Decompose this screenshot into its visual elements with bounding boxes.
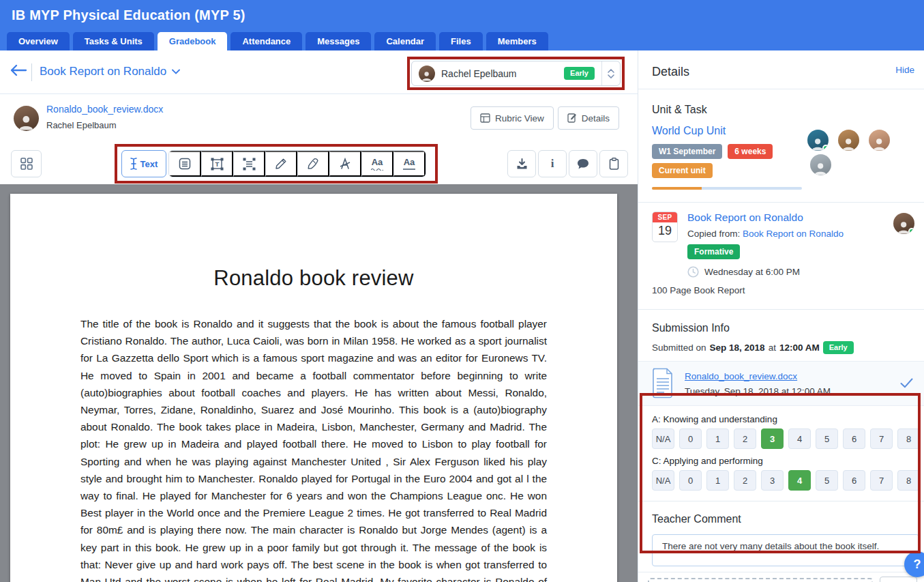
grade-option[interactable]: 0 [679, 470, 702, 491]
rubric-view-label: Rubric View [495, 113, 544, 123]
criterion-label: C: Applying and performing [652, 456, 910, 466]
info-button[interactable]: i [538, 150, 567, 177]
copied-from-link[interactable]: Book Report on Ronaldo [743, 229, 844, 239]
document-page: Ronaldo book review The title of the boo… [10, 194, 617, 582]
submitted-file-row: Ronaldo_book_review.docx Tuesday, Sep 18… [638, 361, 924, 406]
annotation-toolbar: Text T [0, 143, 638, 184]
duration-badge: 6 weeks [728, 144, 773, 159]
grade-option[interactable]: 0 [679, 428, 702, 449]
tab-gradebook[interactable]: Gradebook [158, 32, 228, 50]
grade-option[interactable]: 2 [734, 428, 756, 449]
squiggly-line-icon [371, 168, 383, 171]
grade-option[interactable]: 4 [788, 470, 811, 491]
strikethrough-tool-button[interactable] [329, 151, 361, 177]
submitted-file-timestamp: Tuesday, Sep 18, 2018 at 12:00 AM [685, 386, 831, 396]
grade-option[interactable]: 4 [788, 428, 811, 449]
submission-info-section: Submission Info Submitted on Sep 18, 201… [638, 310, 924, 361]
pencil-tool-button[interactable] [265, 151, 297, 177]
grade-option[interactable]: 6 [843, 428, 865, 449]
grade-option[interactable]: 7 [870, 428, 893, 449]
early-badge: Early [823, 341, 854, 354]
due-text: Wednesday at 6:00 PM [704, 267, 800, 277]
tab-attendance[interactable]: Attendance [230, 32, 302, 50]
svg-text:T: T [215, 160, 219, 168]
note-icon [179, 158, 191, 170]
grade-option[interactable]: N/A [652, 470, 674, 491]
tab-files[interactable]: Files [439, 32, 483, 50]
underline-tool-button[interactable]: Aa [393, 151, 426, 177]
submitted-time: 12:00 AM [779, 343, 820, 353]
task-title-dropdown[interactable]: Book Report on Ronaldo [40, 65, 180, 78]
text-box-icon: T [211, 158, 224, 171]
course-header: IB MYP Physical Education (MYP 5) [0, 0, 924, 31]
details-button[interactable]: Details [558, 106, 619, 130]
task-link[interactable]: Book Report on Ronaldo [687, 212, 803, 223]
text-box-tool-button[interactable]: T [201, 151, 233, 177]
unit-link[interactable]: World Cup Unit [652, 125, 726, 137]
tab-overview[interactable]: Overview [7, 32, 70, 50]
tab-messages[interactable]: Messages [305, 32, 371, 50]
chevron-down-icon [172, 69, 180, 74]
grid-icon [20, 158, 33, 170]
grade-option[interactable]: 8 [897, 470, 920, 491]
grade-option[interactable]: 3 [761, 470, 784, 491]
selector-avatar [419, 66, 435, 82]
grade-option[interactable]: 7 [870, 470, 893, 491]
details-title: Details [652, 65, 689, 79]
divider [638, 572, 924, 572]
document-viewer[interactable]: Ronaldo book review The title of the boo… [0, 184, 638, 582]
submitted-at: at [769, 343, 776, 353]
thumbnails-grid-button[interactable] [11, 150, 42, 177]
unit-task-heading: Unit & Task [652, 104, 910, 116]
grade-option[interactable]: 6 [843, 470, 865, 491]
submitted-date: Sep 18, 2018 [710, 343, 765, 353]
dropzone-button[interactable] [880, 577, 917, 582]
hide-link[interactable]: Hide [895, 65, 914, 75]
clock-icon [687, 266, 699, 278]
tab-tasks-units[interactable]: Tasks & Units [73, 32, 154, 50]
callout-box-tool-button[interactable] [233, 151, 265, 177]
tab-calendar[interactable]: Calendar [374, 32, 436, 50]
rubric-view-button[interactable]: Rubric View [471, 106, 554, 130]
squiggly-underline-tool-button[interactable]: Aa [361, 151, 393, 177]
student-selector-current[interactable]: Rachel Epelbaum Early [412, 61, 601, 85]
underline-aa-glyph: Aa [404, 158, 415, 166]
submission-file-link[interactable]: Ronaldo_book_review.docx [46, 104, 163, 115]
task-description: 100 Page Book Report [652, 285, 910, 295]
unit-progress-bar [652, 187, 802, 190]
clipboard-button[interactable] [599, 150, 628, 177]
document-body-text: The title of the book is Ronaldo and it … [80, 315, 547, 582]
markup-tool-group: Text T [121, 150, 426, 177]
tab-members[interactable]: Members [486, 32, 548, 50]
submitted-file-link[interactable]: Ronaldo_book_review.docx [685, 371, 797, 381]
grade-option[interactable]: 1 [706, 428, 729, 449]
grade-option[interactable]: 5 [816, 428, 838, 449]
grade-option[interactable]: 3 [761, 428, 784, 449]
document-file-icon [652, 368, 676, 398]
course-tabbar: Overview Tasks & Units Gradebook Attenda… [0, 31, 924, 50]
formative-badge: Formative [687, 244, 740, 259]
clipboard-icon [609, 158, 619, 170]
submitted-prefix: Submitted on [652, 343, 706, 353]
note-tool-button[interactable] [169, 151, 201, 177]
squiggly-aa-glyph: Aa [372, 158, 383, 166]
teacher-comment-input[interactable]: There are not very many details about th… [652, 534, 919, 566]
avatar [869, 130, 890, 151]
grade-option[interactable]: 8 [897, 428, 920, 449]
document-actions: i [507, 150, 628, 177]
download-button[interactable] [507, 150, 536, 177]
calendar-month: SEP [653, 212, 677, 222]
grade-option[interactable]: 5 [816, 470, 838, 491]
text-select-tool-button[interactable]: Text [121, 150, 166, 177]
grade-option[interactable]: 2 [734, 470, 756, 491]
details-label: Details [582, 113, 610, 123]
calendar-day: 19 [653, 222, 677, 240]
student-stepper[interactable] [601, 61, 620, 85]
file-dropzone[interactable] [648, 578, 873, 582]
back-arrow-icon[interactable] [10, 64, 27, 79]
grade-option[interactable]: N/A [652, 428, 674, 449]
comments-button[interactable] [569, 150, 597, 177]
submission-info-heading: Submission Info [652, 322, 910, 334]
grade-option[interactable]: 1 [706, 470, 729, 491]
highlighter-tool-button[interactable] [297, 151, 329, 177]
